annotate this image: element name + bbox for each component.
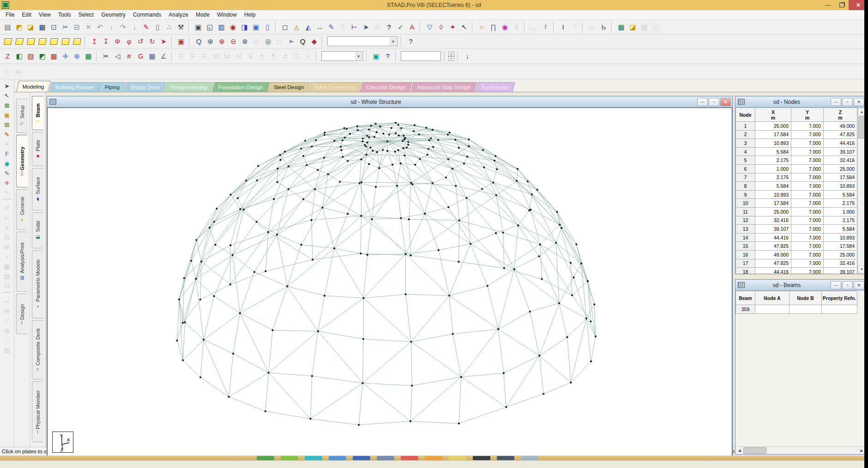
node-row-value-cell[interactable]: 25.000 — [755, 207, 791, 216]
subpage-tab-plate[interactable]: ■Plate — [32, 132, 43, 166]
menu-window[interactable]: Window — [213, 11, 241, 19]
search-icon[interactable]: Q — [297, 36, 308, 47]
node-row-value-cell[interactable]: 32.416 — [824, 259, 857, 268]
nodes-close-button[interactable]: ✕ — [854, 98, 864, 106]
page-tab-general[interactable]: ✦General — [16, 189, 28, 230]
add-solid-icon[interactable]: ◩ — [36, 51, 48, 61]
view-cube-icon[interactable] — [13, 36, 25, 47]
node-row-value-cell[interactable]: 47.825 — [755, 259, 791, 268]
copy-icon[interactable]: ⊡ — [48, 22, 60, 32]
node-row[interactable]: 1649.0007.00025.000 — [736, 250, 857, 259]
subpage-tab-composite-deck[interactable]: πComposite Deck — [32, 320, 43, 379]
select-cursor-icon[interactable]: ↖ — [458, 22, 470, 32]
menu-help[interactable]: Help — [241, 11, 259, 19]
view-minimize-button[interactable]: — — [697, 98, 708, 106]
node-row-value-cell[interactable]: 7.000 — [791, 199, 824, 208]
node-row-value-cell[interactable]: 25.000 — [824, 250, 857, 259]
taskbar-app-icon[interactable] — [305, 456, 322, 460]
node-row-value-cell[interactable]: 25.000 — [755, 122, 791, 131]
calculator-icon[interactable]: ▯ — [152, 22, 163, 32]
dynamic-zoom-icon[interactable]: Q — [193, 36, 205, 47]
pan-icon[interactable]: ➣ — [285, 36, 297, 47]
report-icon[interactable]: ▥ — [216, 22, 227, 32]
open-file-icon[interactable]: ◩ — [13, 22, 25, 32]
subpage-tab-solid[interactable]: ◧Solid — [32, 212, 43, 248]
mz-icon[interactable]: M — [222, 51, 233, 61]
angle-icon[interactable]: ∠ — [158, 51, 169, 61]
window-icon[interactable]: ◻ — [279, 22, 291, 32]
beams-col-nodeb[interactable]: Node B — [790, 291, 822, 305]
node-row-value-cell[interactable]: 2.175 — [824, 199, 857, 208]
rotate-left-icon[interactable]: Φ — [112, 36, 123, 47]
menu-view[interactable]: View — [35, 11, 54, 19]
node-row[interactable]: 310.8937.00044.416 — [736, 139, 857, 148]
node-row-value-cell[interactable]: 49.000 — [755, 250, 791, 259]
cut-icon[interactable]: ✂ — [60, 22, 71, 32]
view-window-titlebar[interactable]: sd - Whole Structure — ▫ ✕ — [47, 96, 732, 108]
select-beam-icon[interactable]: ▽ — [424, 22, 435, 32]
node-row-value-cell[interactable]: 44.416 — [755, 268, 791, 274]
saddle-icon[interactable]: ◡ — [528, 22, 540, 32]
mode-tab-piping[interactable]: Piping — [99, 82, 126, 92]
label-icon[interactable]: A — [1, 139, 12, 149]
hatch-plate-icon[interactable]: ▨ — [25, 51, 36, 61]
load-q-icon[interactable]: ¶ — [256, 51, 268, 61]
beam-row[interactable]: 359 — [736, 305, 857, 314]
mode-tab-concrete-design[interactable]: Concrete Design — [360, 82, 412, 92]
function-icon[interactable]: f — [540, 22, 551, 32]
beams-col-beam[interactable]: Beam — [736, 291, 755, 305]
nodes-col-y[interactable]: Ym — [791, 108, 824, 122]
mode-tab-advanced-slab-design[interactable]: Advanced Slab Design — [410, 82, 477, 92]
node-row-value-cell[interactable]: 17.584 — [824, 242, 857, 251]
menu-tools[interactable]: Tools — [54, 11, 75, 19]
redo-list-icon[interactable]: ↓ — [129, 22, 140, 32]
beams-close-button[interactable]: ✕ — [854, 281, 864, 289]
nodes-window-titlebar[interactable]: sd - Nodes — ▫ ✕ — [735, 96, 866, 108]
structure-wizard-icon[interactable]: ∴ — [163, 22, 175, 32]
list-tool-icon[interactable]: ≡ — [1, 223, 12, 233]
view-cube-icon[interactable] — [60, 36, 71, 47]
move-icon[interactable]: ✛ — [60, 51, 71, 61]
node-row-value-cell[interactable]: 7.000 — [791, 182, 824, 191]
zoom-prev-icon[interactable]: ⊘ — [251, 36, 262, 47]
mode-tab-building-planner[interactable]: Building Planner — [49, 82, 100, 92]
save-icon[interactable]: ▦ — [36, 22, 48, 32]
fx-icon[interactable]: F — [175, 51, 187, 61]
insert-node-icon[interactable]: ✛ — [1, 178, 12, 188]
arrow-cursor-icon[interactable]: ↖ — [1, 91, 12, 101]
hz-icon[interactable]: H — [233, 51, 245, 61]
view-combobox[interactable]: ▾ — [327, 36, 398, 46]
mode-tab-foundation-design[interactable]: Foundation Design — [212, 82, 269, 92]
load-s-icon[interactable]: S — [291, 51, 302, 61]
node-row-value-cell[interactable]: 1.000 — [824, 207, 857, 216]
node-row-id-cell[interactable]: 5 — [736, 156, 755, 165]
node-row-value-cell[interactable]: 7.000 — [791, 164, 824, 173]
node-row-value-cell[interactable]: 5.584 — [755, 147, 791, 156]
zoom-box-icon[interactable]: ⊗ — [239, 36, 251, 47]
taskbar-app-icon[interactable] — [473, 456, 490, 460]
mode-tab-postprocessing[interactable]: Postprocessing — [164, 82, 213, 92]
zoom-extents-icon[interactable]: ◎ — [262, 36, 274, 47]
draw-beam-icon[interactable]: ✎ — [1, 130, 12, 139]
view-maximize-button[interactable]: ▫ — [709, 98, 719, 106]
model-icon[interactable]: ◭ — [302, 22, 314, 32]
paste-icon[interactable]: ⊟ — [71, 22, 83, 32]
pan-view-icon[interactable]: ◻ — [274, 36, 285, 47]
menu-select[interactable]: Select — [75, 11, 97, 19]
node-row-value-cell[interactable]: 39.107 — [824, 147, 857, 156]
arch-icon[interactable]: ∩ — [476, 22, 488, 32]
mx-icon[interactable]: M — [210, 51, 222, 61]
mode-tab-modeling[interactable]: Modeling — [16, 81, 51, 92]
node-row-value-cell[interactable]: 47.825 — [824, 130, 857, 139]
node-row-id-cell[interactable]: 6 — [736, 164, 755, 173]
scroll-left-arrow[interactable]: ◀ — [736, 447, 743, 454]
node-row[interactable]: 1844.4167.00039.107 — [736, 268, 857, 274]
view-cube-icon[interactable] — [36, 36, 48, 47]
node-row-id-cell[interactable]: 8 — [736, 182, 755, 191]
node-row[interactable]: 61.0007.00025.000 — [736, 164, 857, 173]
beams-maximize-button[interactable]: ▫ — [842, 281, 853, 289]
grid-tool-icon[interactable]: ▦ — [1, 262, 12, 271]
spin-ccw-icon[interactable]: ↺ — [135, 36, 146, 47]
node-row-value-cell[interactable]: 47.825 — [755, 242, 791, 251]
page-tab-setup[interactable]: ✎Setup — [16, 99, 28, 133]
